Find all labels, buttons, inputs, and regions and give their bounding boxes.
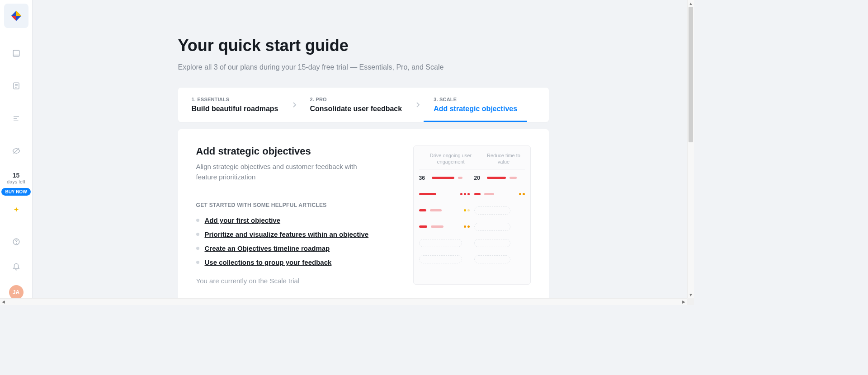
tab-kicker: 3. SCALE <box>434 97 517 102</box>
notifications-button[interactable] <box>7 258 25 276</box>
bar-icon <box>474 193 481 195</box>
svg-rect-3 <box>13 50 19 56</box>
avatar[interactable]: JA <box>9 285 24 300</box>
bar-icon <box>458 177 462 179</box>
nav-item-roadmap[interactable] <box>7 109 25 127</box>
bar-icon <box>432 177 454 179</box>
dots-icon <box>464 225 470 228</box>
chevron-right-icon <box>292 88 297 122</box>
scroll-left-button[interactable]: ◀ <box>0 299 7 305</box>
sidebar: 15 days left BUY NOW JA <box>0 0 33 305</box>
svg-marker-1 <box>16 11 21 16</box>
article-link[interactable]: Create an Objectives timeline roadmap <box>205 244 330 252</box>
bar-icon <box>484 193 494 195</box>
bullet-dot-icon <box>196 219 199 222</box>
placeholder-pill <box>474 206 510 215</box>
chevron-right-icon <box>415 88 420 122</box>
vertical-scrollbar[interactable]: ▲ ▼ <box>687 0 694 298</box>
eye-off-icon <box>12 147 20 155</box>
plan-tabs: 1. ESSENTIALS Build beautiful roadmaps 2… <box>178 88 549 122</box>
page-subtitle: Explore all 3 of our plans during your 1… <box>178 63 549 71</box>
panel-subtitle: Align strategic objectives and customer … <box>196 162 373 182</box>
article-list: Add your first objective Prioritize and … <box>196 216 395 266</box>
nav-item-objectives[interactable] <box>7 142 25 160</box>
metric-value: 20 <box>474 175 483 181</box>
plan-detail-panel: Add strategic objectives Align strategic… <box>178 129 549 303</box>
document-icon <box>12 82 20 90</box>
article-link[interactable]: Prioritize and visualize features within… <box>205 230 369 238</box>
tab-kicker: 2. PRO <box>310 97 402 102</box>
nav-item-docs[interactable] <box>7 77 25 95</box>
metric-label: Reduce time to value <box>482 152 524 165</box>
tab-essentials[interactable]: 1. ESSENTIALS Build beautiful roadmaps <box>178 88 292 122</box>
dots-icon <box>460 193 470 195</box>
placeholder-pill <box>474 255 510 263</box>
placeholder-pill <box>419 255 462 263</box>
buy-now-button[interactable]: BUY NOW <box>1 188 30 196</box>
tab-title: Consolidate user feedback <box>310 105 402 113</box>
panel-title: Add strategic objectives <box>196 145 395 157</box>
main-content: Your quick start guide Explore all 3 of … <box>33 0 694 305</box>
trial-days-count: 15 <box>0 172 32 179</box>
tab-scale[interactable]: 3. SCALE Add strategic objectives <box>420 88 531 122</box>
metric-label: Drive ongoing user engagement <box>419 152 483 165</box>
panel-section-label: GET STARTED WITH SOME HELPFUL ARTICLES <box>196 202 395 208</box>
svg-point-14 <box>16 243 16 244</box>
help-button[interactable] <box>7 233 25 251</box>
list-item: Add your first objective <box>196 216 395 224</box>
help-icon <box>12 238 20 246</box>
list-item: Use collections to group your feedback <box>196 258 395 266</box>
list-item: Prioritize and visualize features within… <box>196 230 395 238</box>
lines-icon <box>12 114 20 122</box>
scroll-track[interactable] <box>688 7 694 291</box>
scroll-track[interactable] <box>7 299 680 305</box>
article-link[interactable]: Use collections to group your feedback <box>205 258 332 266</box>
bullet-dot-icon <box>196 247 199 250</box>
panel-note: You are currently on the Scale trial <box>196 277 395 285</box>
metric-value: 36 <box>419 175 428 181</box>
bullet-dot-icon <box>196 233 199 236</box>
placeholder-pill <box>474 239 510 247</box>
bar-icon <box>419 209 426 211</box>
horizontal-scrollbar[interactable]: ◀ ▶ <box>0 298 687 305</box>
list-item: Create an Objectives timeline roadmap <box>196 244 395 252</box>
bar-icon <box>487 177 506 179</box>
tab-title: Build beautiful roadmaps <box>192 105 278 113</box>
trial-status: 15 days left BUY NOW <box>0 172 32 196</box>
dots-icon <box>464 209 470 211</box>
bar-icon <box>419 225 427 228</box>
bar-icon <box>430 209 442 211</box>
scroll-up-button[interactable]: ▲ <box>688 0 694 7</box>
scrollbar-corner <box>687 298 694 305</box>
sparkle-icon <box>13 206 20 214</box>
dots-icon <box>519 193 525 195</box>
nav-item-upgrade[interactable] <box>7 201 25 219</box>
app-logo[interactable] <box>4 4 28 28</box>
placeholder-pill <box>474 223 510 231</box>
nav-item-boards[interactable] <box>7 44 25 62</box>
bar-icon <box>431 225 443 228</box>
bullet-dot-icon <box>196 261 199 264</box>
scroll-right-button[interactable]: ▶ <box>680 299 687 305</box>
bell-icon <box>12 263 20 271</box>
tab-title: Add strategic objectives <box>434 105 517 113</box>
scroll-thumb[interactable] <box>689 7 693 142</box>
scroll-down-button[interactable]: ▼ <box>688 291 694 298</box>
tab-pro[interactable]: 2. PRO Consolidate user feedback <box>297 88 416 122</box>
tab-kicker: 1. ESSENTIALS <box>192 97 278 102</box>
board-icon <box>12 49 20 57</box>
article-link[interactable]: Add your first objective <box>205 216 281 224</box>
trial-days-left-label: days left <box>0 179 32 184</box>
logo-icon <box>10 9 23 22</box>
bar-icon <box>509 177 517 179</box>
panel-illustration: Drive ongoing user engagement Reduce tim… <box>413 145 531 285</box>
bar-icon <box>419 193 436 195</box>
page-title: Your quick start guide <box>178 36 549 55</box>
placeholder-pill <box>419 239 462 247</box>
